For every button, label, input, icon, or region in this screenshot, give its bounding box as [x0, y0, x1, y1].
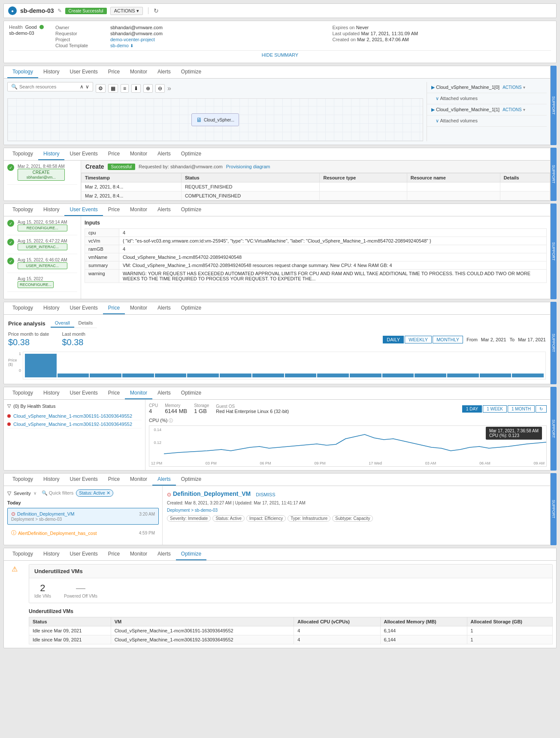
refresh-monitor-btn[interactable]: ↻ — [536, 405, 547, 413]
tab-a-price[interactable]: Price — [103, 474, 125, 486]
tab-o-user-events[interactable]: User Events — [64, 548, 103, 560]
tab-p-topology[interactable]: Topology — [7, 302, 38, 314]
tab-h-optimize[interactable]: Optimize — [176, 148, 206, 160]
list-icon[interactable]: ≡ — [121, 84, 129, 93]
tab-ue-user-events[interactable]: User Events — [64, 204, 103, 216]
support-grip-6[interactable]: SUPPORT — [551, 473, 557, 545]
tab-history[interactable]: History — [38, 66, 64, 78]
tab-h-user-events[interactable]: User Events — [64, 148, 103, 160]
ue-badge-4[interactable]: RECONFIGURE... — [18, 281, 54, 288]
expand-arrow-1[interactable]: ▶ — [431, 85, 435, 90]
table-row: Mar 2, 2021, 8:4... REQUEST_FINISHED — [82, 182, 550, 191]
tab-h-alerts[interactable]: Alerts — [152, 148, 176, 160]
time-btn-1month[interactable]: 1 MONTH — [508, 405, 535, 413]
actions-link-2[interactable]: ACTIONS — [502, 107, 521, 112]
tab-user-events[interactable]: User Events — [64, 66, 103, 78]
dismiss-button[interactable]: DISMISS — [256, 492, 275, 497]
tab-a-topology[interactable]: Topology — [7, 474, 38, 486]
support-grip-5[interactable]: SUPPORT — [551, 387, 557, 471]
tab-o-optimize[interactable]: Optimize — [176, 548, 206, 560]
tab-a-monitor[interactable]: Monitor — [125, 474, 152, 486]
vm-node[interactable]: 🖥 Cloud_vSpher... — [191, 113, 239, 126]
create-badge[interactable]: CREATE sbhandari@vm... — [18, 169, 65, 181]
tab-details[interactable]: Details — [74, 319, 97, 328]
tab-p-optimize[interactable]: Optimize — [176, 302, 206, 314]
period-daily[interactable]: DAILY — [383, 336, 404, 343]
zoom-in-icon[interactable]: ⊕ — [143, 84, 153, 93]
tab-o-history[interactable]: History — [38, 548, 64, 560]
tab-a-user-events[interactable]: User Events — [64, 474, 103, 486]
tab-o-topology[interactable]: Topology — [7, 548, 38, 560]
tab-h-monitor[interactable]: Monitor — [125, 148, 152, 160]
tab-o-alerts[interactable]: Alerts — [152, 548, 176, 560]
tab-m-alerts[interactable]: Alerts — [152, 387, 176, 399]
settings-icon[interactable]: ⚙ — [96, 84, 106, 93]
tab-alerts[interactable]: Alerts — [152, 66, 176, 78]
hide-summary-button[interactable]: HIDE SUMMARY — [9, 50, 551, 59]
tab-monitor[interactable]: Monitor — [125, 66, 152, 78]
tab-m-history[interactable]: History — [38, 387, 64, 399]
tab-h-topology[interactable]: Topology — [7, 148, 38, 160]
zoom-out-icon[interactable]: ⊖ — [155, 84, 165, 93]
actions-button[interactable]: ACTIONS ▾ — [110, 7, 143, 15]
tab-overall[interactable]: Overall — [51, 319, 74, 328]
tab-h-price[interactable]: Price — [103, 148, 125, 160]
tab-ue-topology[interactable]: Topology — [7, 204, 38, 216]
support-grip-4[interactable]: SUPPORT — [551, 302, 557, 384]
tab-o-monitor[interactable]: Monitor — [125, 548, 152, 560]
expand-icon[interactable]: » — [167, 85, 171, 92]
vm-name-2[interactable]: Cloud_vSphere_Machine_1-mcm306192-163093… — [13, 422, 132, 427]
actions-link-1[interactable]: ACTIONS — [502, 85, 521, 90]
alert-item-2[interactable]: ⓘ AlertDefinition_Deployment_has_cost 4:… — [7, 526, 159, 540]
tab-m-optimize[interactable]: Optimize — [176, 387, 206, 399]
tab-a-optimize[interactable]: Optimize — [176, 474, 206, 486]
tab-ue-history[interactable]: History — [38, 204, 64, 216]
tab-topology[interactable]: Topology — [7, 66, 38, 78]
tab-h-history[interactable]: History — [38, 148, 64, 160]
alert-item-1[interactable]: ⊙ Definition_Deployment_VM 3:20 AM Deplo… — [7, 508, 159, 525]
tab-ue-price[interactable]: Price — [103, 204, 125, 216]
search-input[interactable] — [19, 84, 78, 89]
tab-a-history[interactable]: History — [38, 474, 64, 486]
cloud-template-value[interactable]: sb-demo — [110, 43, 129, 48]
tab-a-alerts[interactable]: Alerts — [152, 474, 176, 486]
support-grip-3[interactable]: SUPPORT — [551, 203, 557, 299]
period-weekly[interactable]: WEEKLY — [405, 336, 432, 343]
tab-ue-monitor[interactable]: Monitor — [125, 204, 152, 216]
project-value[interactable]: demo-vcenter-project — [110, 37, 155, 42]
download-icon[interactable]: ⬇ — [131, 84, 141, 93]
tab-m-topology[interactable]: Topology — [7, 387, 38, 399]
period-monthly[interactable]: MONTHLY — [433, 336, 463, 343]
grid-icon[interactable]: ▦ — [108, 84, 118, 93]
support-grip-1[interactable]: SUPPORT — [551, 66, 557, 145]
optimize-warning-icon: ⚠ — [12, 565, 18, 573]
tab-m-monitor[interactable]: Monitor — [125, 387, 152, 399]
expand-arrow-2[interactable]: ▶ — [431, 107, 435, 112]
time-btn-1day[interactable]: 1 DAY — [462, 405, 482, 413]
ue-badge-2[interactable]: USER_INTERAC... — [18, 243, 67, 250]
ue-badge-3[interactable]: USER_INTERAC... — [18, 262, 67, 269]
filter-close-icon[interactable]: ✕ — [106, 490, 110, 496]
tab-o-price[interactable]: Price — [103, 548, 125, 560]
tab-ue-optimize[interactable]: Optimize — [176, 204, 206, 216]
tab-m-user-events[interactable]: User Events — [64, 387, 103, 399]
tab-optimize[interactable]: Optimize — [176, 66, 206, 78]
time-btn-1week[interactable]: 1 WEEK — [483, 405, 507, 413]
tab-p-price[interactable]: Price — [103, 302, 125, 314]
refresh-icon[interactable]: ↻ — [154, 7, 159, 14]
edit-icon[interactable]: ✎ — [58, 8, 62, 14]
tab-p-history[interactable]: History — [38, 302, 64, 314]
from-label: From — [466, 337, 478, 342]
tab-p-alerts[interactable]: Alerts — [152, 302, 176, 314]
ue-badge-1[interactable]: RECONFIGURE... — [18, 225, 67, 231]
support-grip-2[interactable]: SUPPORT — [551, 148, 557, 201]
tab-p-monitor[interactable]: Monitor — [125, 302, 152, 314]
tab-p-user-events[interactable]: User Events — [64, 302, 103, 314]
severity-dropdown-icon[interactable]: ∨ — [33, 491, 36, 495]
tab-m-price[interactable]: Price — [103, 387, 125, 399]
tab-ue-alerts[interactable]: Alerts — [152, 204, 176, 216]
tab-price[interactable]: Price — [103, 66, 125, 78]
quick-filters-input[interactable]: 🔍 Quick filters — [42, 490, 74, 496]
vm-name-1[interactable]: Cloud_vSphere_Machine_1-mcm306191-163093… — [13, 413, 132, 419]
provisioning-diagram-link[interactable]: Provisioning diagram — [226, 164, 270, 169]
